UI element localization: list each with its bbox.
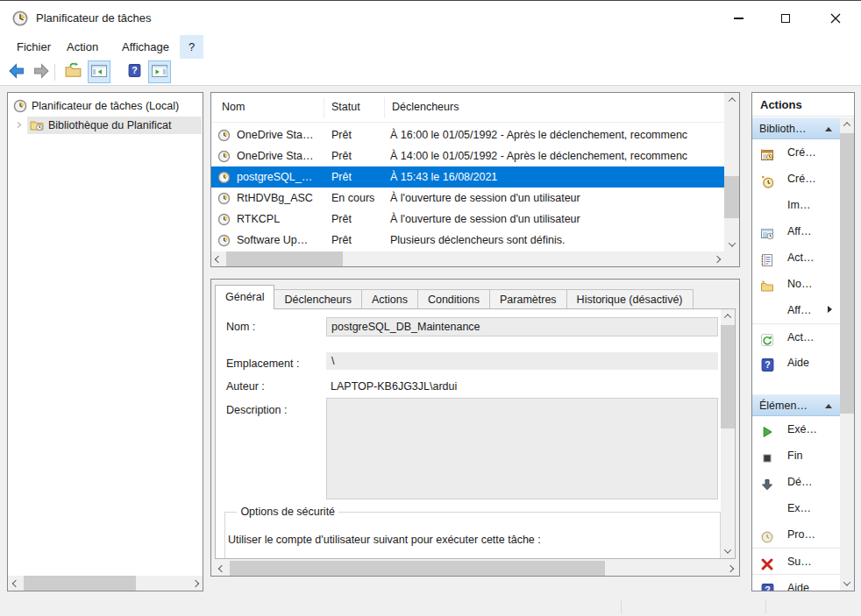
actions-vertical-scrollbar[interactable] <box>840 117 854 591</box>
nom-label: Nom : <box>226 321 255 333</box>
scroll-thumb[interactable] <box>840 133 854 414</box>
action-item[interactable]: Su… <box>752 548 840 574</box>
column-header-statut[interactable]: Statut <box>331 101 360 113</box>
scroll-right-button[interactable] <box>710 251 724 266</box>
status-divider <box>621 599 622 614</box>
column-divider[interactable] <box>384 97 385 118</box>
description-textarea[interactable] <box>326 398 718 499</box>
actions-group-header[interactable]: Élémen… <box>752 394 840 416</box>
detail-vertical-scrollbar[interactable] <box>721 309 735 558</box>
scroll-down-button[interactable] <box>724 237 739 251</box>
toolbar-separator <box>54 64 55 81</box>
scroll-thumb[interactable] <box>230 561 605 576</box>
toolbar-back-button[interactable] <box>5 60 28 83</box>
maximize-button[interactable] <box>771 6 801 31</box>
action-item[interactable]: Pro… <box>752 521 840 548</box>
scroll-left-button[interactable] <box>211 251 225 266</box>
action-label: Fin <box>787 443 802 469</box>
nom-input[interactable]: postgreSQL_DB_Maintenance <box>326 317 718 336</box>
tab-g-n-ral[interactable]: Général <box>215 285 274 309</box>
tree-library-label: Bibliothèque du Planificat <box>48 117 171 134</box>
menu-action[interactable]: Action <box>58 35 107 59</box>
scroll-thumb[interactable] <box>724 176 739 218</box>
tab-d-clencheurs[interactable]: Déclencheurs <box>274 289 361 309</box>
task-clock-icon <box>217 212 231 225</box>
task-list-horizontal-scrollbar[interactable] <box>211 251 724 266</box>
toolbar-console-tree-toggle-button[interactable] <box>88 60 110 83</box>
action-item[interactable]: Act… <box>752 323 840 350</box>
column-header-declencheurs[interactable]: Déclencheurs <box>392 101 459 113</box>
scroll-thumb[interactable] <box>24 576 136 591</box>
toolbar-action-pane-toggle-button[interactable] <box>148 60 171 83</box>
menu-aide[interactable]: ? <box>180 35 203 59</box>
scroll-up-button[interactable] <box>840 117 854 131</box>
task-row[interactable]: Software Up… Prêt Plusieurs déclencheurs… <box>211 230 724 251</box>
menu-affichage[interactable]: Affichage <box>113 35 178 59</box>
task-name: Software Up… <box>237 230 328 251</box>
scroll-down-button[interactable] <box>721 544 735 558</box>
column-header-nom[interactable]: Nom <box>222 101 245 113</box>
close-button[interactable] <box>821 6 850 31</box>
detail-horizontal-scrollbar[interactable] <box>215 561 737 576</box>
collapse-arrow-icon[interactable] <box>825 404 832 408</box>
task-scheduler-app-icon <box>12 11 28 26</box>
end-icon <box>760 449 774 463</box>
menu-fichier[interactable]: Fichier <box>8 35 60 59</box>
scroll-down-button[interactable] <box>840 577 854 591</box>
minimize-button[interactable] <box>723 6 753 31</box>
task-detail-pane: GénéralDéclencheursActionsConditionsPara… <box>210 279 740 577</box>
action-item[interactable]: Act… <box>752 244 840 271</box>
clock-icon <box>13 99 27 113</box>
collapse-arrow-icon[interactable] <box>825 127 832 131</box>
task-list-header: Nom Statut Déclencheurs <box>211 93 724 123</box>
scroll-right-button[interactable] <box>188 576 203 591</box>
task-list-vertical-scrollbar[interactable] <box>724 93 739 251</box>
action-item[interactable]: Aff… <box>752 297 840 323</box>
action-item[interactable]: ? Aide <box>752 350 840 376</box>
column-divider[interactable] <box>324 97 324 118</box>
no-icon <box>760 501 774 515</box>
group-label: Biblioth… <box>759 123 807 135</box>
scroll-thumb[interactable] <box>721 325 735 428</box>
task-row[interactable]: OneDrive Sta… Prêt À 16:00 le 01/05/1992… <box>211 124 724 145</box>
action-item[interactable]: Im… <box>752 192 840 218</box>
action-label: Dé… <box>787 469 812 495</box>
scroll-left-button[interactable] <box>8 576 23 591</box>
task-row[interactable]: RTKCPL Prêt À l'ouverture de session d'u… <box>211 209 724 230</box>
task-row[interactable]: RtHDVBg_ASC En cours À l'ouverture de se… <box>211 188 724 209</box>
scroll-thumb[interactable] <box>226 251 343 266</box>
action-item[interactable]: Cré… <box>752 139 840 166</box>
tab-historique-d-sactiv-[interactable]: Historique (désactivé) <box>567 289 694 309</box>
task-row[interactable]: OneDrive Sta… Prêt À 14:00 le 01/05/1992… <box>211 145 724 166</box>
titlebar: Planificateur de tâches <box>0 0 861 35</box>
tab-conditions[interactable]: Conditions <box>418 289 490 309</box>
chevron-right-icon[interactable] <box>16 123 20 127</box>
action-item[interactable]: Fin <box>752 443 840 469</box>
actions-group-header[interactable]: Biblioth… <box>752 117 840 139</box>
action-item[interactable]: Dé… <box>752 469 840 495</box>
action-label: Cré… <box>787 139 816 166</box>
scroll-left-button[interactable] <box>215 561 229 576</box>
action-item[interactable]: Cré… <box>752 166 840 192</box>
tab-param-tres[interactable]: Paramètres <box>490 289 567 309</box>
tree-item-root[interactable]: Planificateur de tâches (Local) <box>8 97 203 115</box>
action-item[interactable]: Ex… <box>752 495 840 521</box>
scroll-right-button[interactable] <box>723 561 737 576</box>
action-item[interactable]: No… <box>752 271 840 297</box>
scroll-up-button[interactable] <box>724 93 739 107</box>
tree-item-library[interactable]: Bibliothèque du Planificat <box>8 117 203 134</box>
close-icon <box>830 13 841 24</box>
tab-actions[interactable]: Actions <box>362 289 418 309</box>
toolbar-export-list-button[interactable] <box>61 60 84 83</box>
action-item[interactable]: Aff… <box>752 218 840 244</box>
tree-root-label: Planificateur de tâches (Local) <box>32 97 179 115</box>
toolbar-forward-button[interactable] <box>30 60 53 83</box>
scroll-up-button[interactable] <box>721 309 735 323</box>
tree-horizontal-scrollbar[interactable] <box>8 576 203 591</box>
window-title: Planificateur de tâches <box>36 11 152 25</box>
action-item[interactable]: ? Aide <box>752 574 840 591</box>
task-name: OneDrive Sta… <box>237 145 328 166</box>
toolbar-help-button[interactable]: ? <box>123 60 146 83</box>
task-row[interactable]: postgreSQL_… Prêt À 15:43 le 16/08/2021 <box>211 166 724 188</box>
action-item[interactable]: Exé… <box>752 416 840 443</box>
